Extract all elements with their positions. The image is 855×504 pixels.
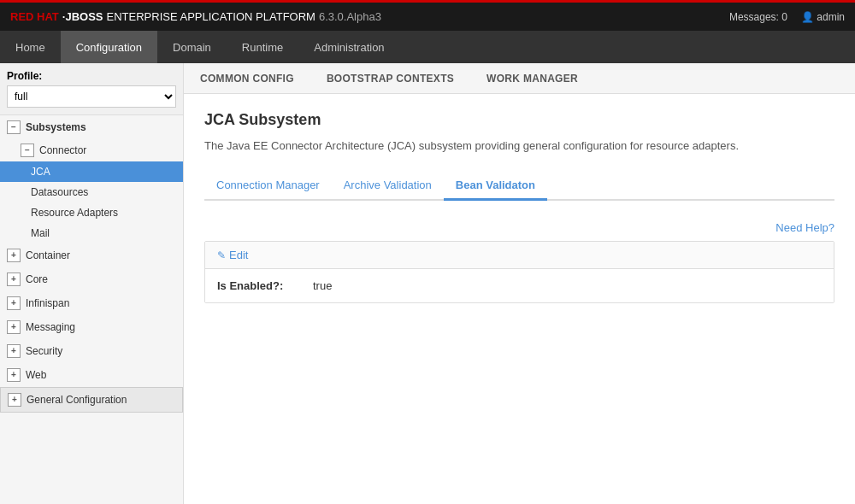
sidebar-item-container[interactable]: Container [0, 243, 183, 267]
nav-domain[interactable]: Domain [157, 31, 227, 63]
section-description: The Java EE Connector Architecture (JCA)… [204, 138, 834, 155]
edit-panel-body: Is Enabled?: true [205, 269, 834, 302]
sidebar: Profile: full Subsystems Connector JCA D… [0, 63, 184, 504]
sidebar-item-resource-adapters[interactable]: Resource Adapters [0, 202, 183, 223]
messaging-label: Messaging [26, 321, 75, 333]
container-label: Container [26, 249, 70, 261]
profile-select[interactable]: full [7, 85, 176, 108]
nav-administration[interactable]: Administration [298, 31, 399, 63]
edit-panel: Edit Is Enabled?: true [204, 241, 834, 303]
content-area: COMMON CONFIG BOOTSTRAP CONTEXTS WORK MA… [184, 63, 855, 504]
core-expand-btn[interactable] [7, 273, 21, 286]
brand-red: RED HAT [10, 10, 59, 23]
tab-bar: COMMON CONFIG BOOTSTRAP CONTEXTS WORK MA… [184, 63, 855, 94]
edit-label: Edit [229, 249, 248, 261]
main-layout: Profile: full Subsystems Connector JCA D… [0, 63, 855, 504]
sidebar-item-messaging[interactable]: Messaging [0, 315, 183, 339]
sidebar-item-datasources[interactable]: Datasources [0, 182, 183, 202]
connector-collapse-btn[interactable] [21, 144, 34, 157]
field-row-is-enabled: Is Enabled?: true [217, 279, 822, 292]
field-label-is-enabled: Is Enabled?: [217, 279, 303, 292]
edit-panel-header: Edit [205, 242, 834, 269]
subsystems-header[interactable]: Subsystems [0, 115, 183, 139]
datasources-label: Datasources [31, 186, 88, 198]
inner-tab-bean-validation[interactable]: Bean Validaton [444, 172, 547, 201]
sidebar-item-connector[interactable]: Connector [0, 139, 183, 161]
sidebar-item-mail[interactable]: Mail [0, 223, 183, 243]
messages-count[interactable]: Messages: 0 [729, 11, 787, 23]
subsystems-collapse-btn[interactable] [7, 120, 21, 134]
general-config-label: General Configuration [27, 394, 127, 406]
need-help-link[interactable]: Need Help? [204, 214, 834, 241]
sidebar-item-infinispan[interactable]: Infinispan [0, 291, 183, 315]
resource-adapters-label: Resource Adapters [31, 207, 118, 219]
tab-common-config[interactable]: COMMON CONFIG [184, 63, 310, 93]
sidebar-item-general-config[interactable]: General Configuration [0, 387, 183, 413]
security-expand-btn[interactable] [7, 344, 21, 358]
sidebar-item-security[interactable]: Security [0, 339, 183, 363]
sidebar-item-core[interactable]: Core [0, 267, 183, 291]
messaging-expand-btn[interactable] [7, 320, 21, 334]
pencil-icon [217, 249, 226, 261]
infinispan-expand-btn[interactable] [7, 296, 21, 310]
security-label: Security [26, 345, 62, 357]
brand-jboss: ·JBOSS [62, 10, 103, 23]
field-value-is-enabled: true [313, 279, 332, 292]
container-expand-btn[interactable] [7, 249, 21, 262]
brand: RED HAT ·JBOSS ENTERPRISE APPLICATION PL… [10, 10, 381, 23]
edit-link[interactable]: Edit [217, 249, 248, 261]
sidebar-item-web[interactable]: Web [0, 363, 183, 387]
nav-runtime[interactable]: Runtime [227, 31, 298, 63]
nav-home[interactable]: Home [0, 31, 61, 63]
inner-tab-bar: Connection Manager Archive Validation Be… [204, 172, 834, 201]
tab-work-manager[interactable]: WORK MANAGER [470, 63, 594, 93]
content-body: JCA Subsystem The Java EE Connector Arch… [184, 94, 855, 504]
section-title: JCA Subsystem [204, 111, 834, 129]
tab-bootstrap-contexts[interactable]: BOOTSTRAP CONTEXTS [310, 63, 470, 93]
user-icon: 👤 [801, 11, 814, 23]
inner-tab-archive-validation[interactable]: Archive Validation [332, 172, 444, 201]
nav-bar: Home Configuration Domain Runtime Admini… [0, 31, 855, 63]
inner-tab-connection-manager[interactable]: Connection Manager [204, 172, 332, 201]
core-label: Core [26, 273, 48, 285]
web-label: Web [26, 369, 46, 381]
nav-configuration[interactable]: Configuration [61, 31, 157, 63]
profile-label: Profile: [7, 70, 176, 82]
infinispan-label: Infinispan [26, 297, 69, 309]
general-config-expand-btn[interactable] [8, 393, 21, 407]
brand-rest: ENTERPRISE APPLICATION PLATFORM [107, 10, 315, 23]
admin-user: 👤 admin [801, 11, 845, 23]
connector-label: Connector [39, 144, 86, 156]
version-label: 6.3.0.Alpha3 [319, 10, 381, 23]
jca-label: JCA [31, 166, 50, 178]
web-expand-btn[interactable] [7, 368, 21, 382]
top-header: RED HAT ·JBOSS ENTERPRISE APPLICATION PL… [0, 0, 855, 31]
sidebar-item-jca[interactable]: JCA [0, 161, 183, 182]
subsystems-label: Subsystems [26, 121, 86, 133]
profile-section: Profile: full [0, 63, 183, 115]
mail-label: Mail [31, 227, 50, 239]
header-right: Messages: 0 👤 admin [729, 11, 845, 23]
